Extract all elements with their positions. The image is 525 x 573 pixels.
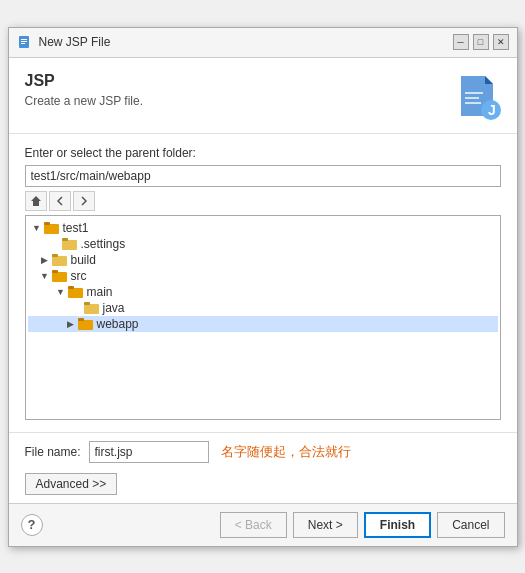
advanced-button[interactable]: Advanced >> [25,473,118,495]
file-name-input[interactable] [89,441,209,463]
svg-marker-5 [485,76,493,84]
tree-item-label: webapp [97,317,139,331]
maximize-button[interactable]: □ [473,34,489,50]
help-button[interactable]: ? [21,514,43,536]
tree-toggle[interactable]: ▶ [38,255,52,265]
svg-rect-19 [52,270,58,273]
header-text: JSP Create a new JSP file. [25,72,144,108]
tree-home-button[interactable] [25,191,47,211]
tree-item[interactable]: ▼ test1 [28,220,498,236]
svg-rect-18 [52,272,67,282]
folder-icon [52,253,68,267]
tree-item-label: build [71,253,96,267]
tree-item-label: java [103,301,125,315]
tree-item-label: test1 [63,221,89,235]
svg-rect-1 [21,39,27,40]
titlebar: New JSP File ─ □ ✕ [9,28,517,58]
tree-item[interactable]: ▶ build [28,252,498,268]
folder-open-icon [68,285,84,299]
cancel-button[interactable]: Cancel [437,512,504,538]
window-icon [17,34,33,50]
tree-item[interactable]: java [28,300,498,316]
footer-buttons: < Back Next > Finish Cancel [220,512,505,538]
footer-left: ? [21,514,43,536]
svg-rect-25 [78,318,84,321]
advanced-section: Advanced >> [9,469,517,503]
svg-rect-23 [84,302,90,305]
svg-rect-12 [44,224,59,234]
folder-label: Enter or select the parent folder: [25,146,501,160]
header-icon: J [453,72,501,123]
tree-toolbar [25,191,501,211]
svg-rect-22 [84,304,99,314]
svg-rect-24 [78,320,93,330]
tree-item[interactable]: .settings [28,236,498,252]
svg-rect-6 [465,92,483,94]
close-button[interactable]: ✕ [493,34,509,50]
folder-input[interactable] [25,165,501,187]
tree-item[interactable]: ▶ webapp [28,316,498,332]
next-button[interactable]: Next > [293,512,358,538]
tree-back-button[interactable] [49,191,71,211]
svg-rect-8 [465,102,481,104]
tree-toggle[interactable]: ▼ [30,223,44,233]
svg-marker-11 [31,196,41,206]
svg-rect-2 [21,41,27,42]
project-icon [44,221,60,235]
folder-icon [62,237,78,251]
svg-rect-16 [52,256,67,266]
tree-forward-button[interactable] [73,191,95,211]
tree-toggle[interactable]: ▼ [54,287,68,297]
file-name-section: File name: 名字随便起，合法就行 [9,432,517,469]
svg-rect-20 [68,288,83,298]
tree-item-label: main [87,285,113,299]
svg-rect-17 [52,254,58,257]
svg-rect-15 [62,238,68,241]
tree-container[interactable]: ▼ test1 .settings ▶ [25,215,501,420]
svg-rect-14 [62,240,77,250]
folder-section: Enter or select the parent folder: ▼ tes… [9,134,517,432]
folder-open-icon [52,269,68,283]
finish-button[interactable]: Finish [364,512,431,538]
svg-rect-13 [44,222,50,225]
svg-rect-7 [465,97,479,99]
tree-toggle[interactable]: ▼ [38,271,52,281]
tree-item[interactable]: ▼ main [28,284,498,300]
tree-item[interactable]: ▼ src [28,268,498,284]
footer: ? < Back Next > Finish Cancel [9,503,517,546]
minimize-button[interactable]: ─ [453,34,469,50]
svg-text:J: J [488,102,496,118]
file-name-annotation: 名字随便起，合法就行 [221,443,351,461]
svg-rect-21 [68,286,74,289]
header-subtitle: Create a new JSP file. [25,94,144,108]
file-name-label: File name: [25,445,81,459]
dialog-window: New JSP File ─ □ ✕ JSP Create a new JSP … [8,27,518,547]
header-section: JSP Create a new JSP file. J [9,58,517,134]
tree-item-label: src [71,269,87,283]
tree-toggle[interactable]: ▶ [64,319,78,329]
header-title: JSP [25,72,144,90]
svg-rect-3 [21,43,25,44]
folder-icon [84,301,100,315]
titlebar-left: New JSP File [17,34,111,50]
back-button[interactable]: < Back [220,512,287,538]
titlebar-buttons: ─ □ ✕ [453,34,509,50]
tree-item-label: .settings [81,237,126,251]
window-title: New JSP File [39,35,111,49]
folder-icon [78,317,94,331]
